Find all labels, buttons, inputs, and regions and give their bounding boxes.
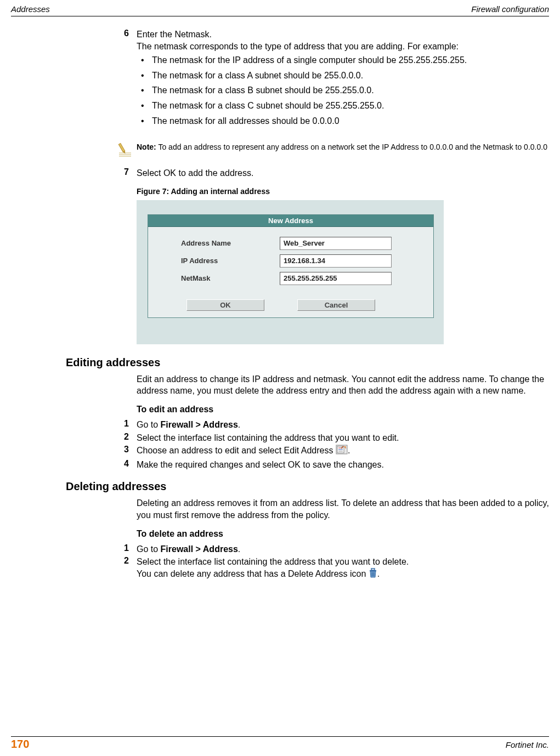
step-number: 3 (112, 445, 137, 458)
page-number: 170 (11, 738, 29, 751)
list-item: The netmask for a class A subnet should … (137, 70, 549, 82)
label-netmask: NetMask (181, 274, 280, 282)
bullet-list: The netmask for the IP address of a sing… (137, 54, 549, 127)
note-text: Note: To add an address to represent any… (137, 142, 547, 160)
edit-step-3: 3 Choose an address to edit and select E… (112, 445, 549, 458)
step-number: 1 (112, 543, 137, 555)
figure-caption: Figure 7: Adding an internal address (137, 187, 549, 196)
dialog-title: New Address (148, 215, 433, 227)
list-item: The netmask for a class B subnet should … (137, 84, 549, 96)
note-block: Note: To add an address to represent any… (112, 142, 549, 160)
step-number: 2 (112, 556, 137, 581)
input-netmask[interactable] (280, 272, 392, 285)
paragraph: Deleting an address removes it from an a… (137, 497, 549, 521)
step-number: 7 (112, 167, 137, 179)
step-text: The netmask corresponds to the type of a… (137, 41, 549, 53)
footer-company: Fortinet Inc. (506, 740, 549, 749)
dialog-new-address: New Address Address Name IP Address NetM… (148, 214, 434, 318)
step-text: Make the required changes and select OK … (137, 459, 549, 471)
trash-icon (369, 568, 377, 578)
step-6: 6 Enter the Netmask. The netmask corresp… (112, 29, 549, 137)
heading-editing-addresses: Editing addresses (66, 356, 549, 369)
svg-rect-13 (371, 569, 375, 570)
edit-step-2: 2 Select the interface list containing t… (112, 432, 549, 444)
step-text: Enter the Netmask. (137, 29, 549, 41)
ok-button[interactable]: OK (186, 299, 264, 311)
note-icon (116, 142, 133, 160)
step-text: Select the interface list containing the… (137, 556, 549, 581)
paragraph: Edit an address to change its IP address… (137, 373, 549, 397)
footer-rule (11, 736, 549, 737)
step-number: 1 (112, 419, 137, 431)
step-text: Choose an address to edit and select Edi… (137, 445, 549, 458)
edit-step-4: 4 Make the required changes and select O… (112, 459, 549, 471)
top-rule (11, 16, 549, 16)
step-text: Go to Firewall > Address. (137, 543, 549, 555)
figure-screenshot: New Address Address Name IP Address NetM… (137, 200, 444, 344)
list-item: The netmask for all addresses should be … (137, 115, 549, 127)
step-number: 6 (112, 29, 137, 137)
heading-deleting-addresses: Deleting addresses (66, 480, 549, 493)
edit-step-1: 1 Go to Firewall > Address. (112, 419, 549, 431)
delete-step-1: 1 Go to Firewall > Address. (112, 543, 549, 555)
step-text: Select the interface list containing the… (137, 432, 549, 444)
input-ip-address[interactable] (280, 254, 392, 268)
edit-icon (336, 445, 348, 454)
label-address-name: Address Name (181, 239, 280, 247)
input-address-name[interactable] (280, 237, 392, 250)
list-item: The netmask for a class C subnet should … (137, 100, 549, 112)
svg-rect-3 (118, 143, 125, 152)
list-item: The netmask for the IP address of a sing… (137, 54, 549, 66)
delete-step-2: 2 Select the interface list containing t… (112, 556, 549, 581)
step-number: 2 (112, 432, 137, 444)
sub-heading: To edit an address (137, 405, 549, 414)
cancel-button[interactable]: Cancel (297, 299, 375, 311)
step-number: 4 (112, 459, 137, 471)
label-ip-address: IP Address (181, 257, 280, 265)
header-left: Addresses (11, 4, 50, 14)
sub-heading: To delete an address (137, 529, 549, 539)
step-7: 7 Select OK to add the address. (112, 167, 549, 179)
header-right: Firewall configuration (471, 4, 549, 14)
step-text: Select OK to add the address. (137, 167, 549, 179)
step-text: Go to Firewall > Address. (137, 419, 549, 431)
